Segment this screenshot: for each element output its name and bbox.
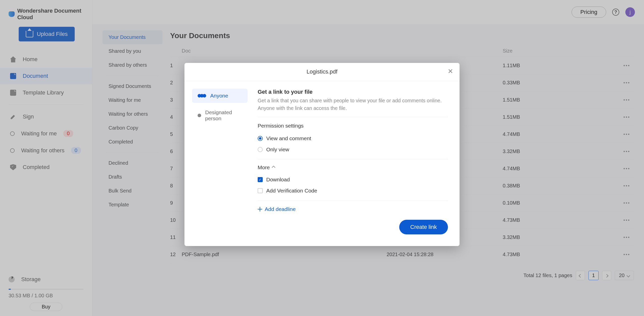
more-label: More bbox=[258, 164, 270, 171]
share-tab-designated[interactable]: Designated person bbox=[192, 105, 248, 126]
permission-title: Permission settings bbox=[258, 117, 448, 133]
close-icon[interactable]: ✕ bbox=[446, 67, 454, 76]
radio-icon bbox=[258, 136, 263, 141]
share-tab-anyone[interactable]: Anyone bbox=[192, 89, 248, 103]
modal-footer: Create link bbox=[184, 220, 460, 246]
radio-icon bbox=[258, 147, 263, 152]
share-modal: Logistics.pdf ✕ Anyone Designated person… bbox=[184, 63, 460, 246]
radio-only-view[interactable]: Only view bbox=[258, 144, 448, 155]
link-description: Get a link that you can share with peopl… bbox=[258, 97, 448, 117]
share-tabs: Anyone Designated person bbox=[192, 89, 248, 212]
radio-only-view-label: Only view bbox=[266, 147, 289, 153]
modal-header: Logistics.pdf ✕ bbox=[184, 63, 460, 81]
create-link-button[interactable]: Create link bbox=[399, 220, 448, 234]
add-deadline-button[interactable]: Add deadline bbox=[258, 205, 448, 212]
plus-icon bbox=[258, 207, 262, 211]
checkbox-icon: ✓ bbox=[258, 177, 263, 182]
chevron-up-icon bbox=[272, 165, 275, 169]
separator bbox=[258, 159, 448, 159]
link-title: Get a link to your file bbox=[258, 89, 448, 97]
checkbox-download[interactable]: ✓ Download bbox=[258, 174, 448, 185]
radio-view-comment-label: View and comment bbox=[266, 135, 311, 141]
checkbox-icon bbox=[258, 188, 263, 193]
download-label: Download bbox=[266, 177, 290, 183]
radio-view-and-comment[interactable]: View and comment bbox=[258, 133, 448, 144]
people-icon bbox=[198, 94, 206, 98]
separator bbox=[258, 200, 448, 201]
share-content: Get a link to your file Get a link that … bbox=[258, 89, 448, 212]
share-tab-anyone-label: Anyone bbox=[210, 93, 228, 99]
share-tab-designated-label: Designated person bbox=[205, 109, 242, 121]
checkbox-verification[interactable]: Add Verification Code bbox=[258, 185, 448, 196]
modal-title: Logistics.pdf bbox=[307, 68, 337, 75]
person-icon bbox=[198, 114, 201, 117]
add-deadline-label: Add deadline bbox=[265, 206, 296, 212]
more-toggle[interactable]: More bbox=[258, 163, 448, 174]
verification-label: Add Verification Code bbox=[266, 188, 317, 194]
